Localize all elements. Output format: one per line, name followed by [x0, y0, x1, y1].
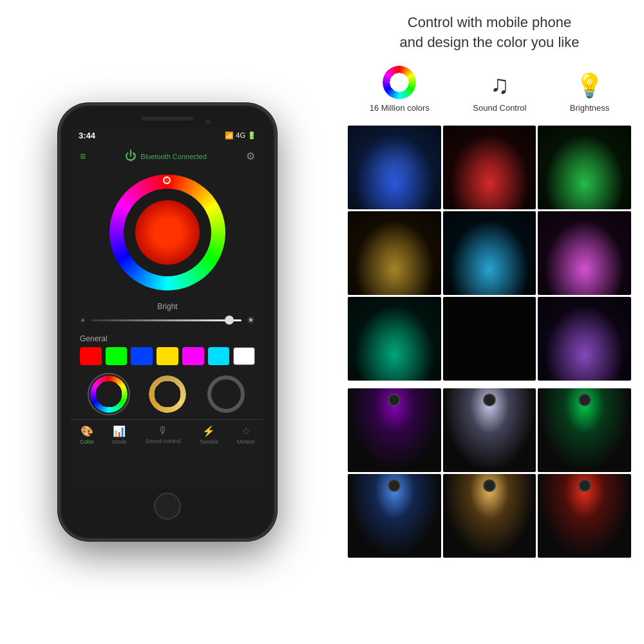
color-wheel-container[interactable] [71, 168, 264, 297]
swatch-blue[interactable] [131, 347, 153, 365]
general-label: General [80, 334, 255, 343]
swatch-yellow[interactable] [156, 347, 178, 365]
phone-home-button[interactable] [154, 493, 181, 520]
slider-thumb[interactable] [225, 316, 234, 325]
bluetooth-label: Bluetooth Connected [140, 153, 207, 160]
fixture-icon [388, 393, 401, 406]
spotlight-green [538, 388, 631, 472]
tagline: Control with mobile phoneand design the … [348, 13, 631, 53]
twinkle-nav-icon: ⚡ [202, 425, 215, 437]
mode-ring-color[interactable] [90, 375, 128, 413]
feature-colors-label: 16 Million colors [370, 103, 430, 113]
feature-brightness: 💡 Brightness [570, 72, 609, 113]
sun-large-icon: ☀ [247, 315, 255, 325]
bottom-nav: 🎨 Color 📊 Mode 🎙 Sound control ⚡ Twinkle… [71, 419, 264, 448]
brightness-slider[interactable] [91, 319, 242, 321]
fixture-icon [483, 479, 496, 492]
brightness-section: Bright ☀ ☀ [71, 297, 264, 330]
color-wheel-wrapper[interactable] [109, 175, 225, 290]
menu-icon[interactable]: ≡ [80, 151, 86, 162]
mode-ring-warm[interactable] [149, 375, 186, 413]
color-wheel-center[interactable] [135, 200, 200, 265]
swatch-white[interactable] [233, 347, 255, 365]
phone-speaker [142, 117, 193, 120]
nav-color[interactable]: 🎨 Color [80, 425, 94, 445]
right-panel: Control with mobile phoneand design the … [335, 0, 644, 644]
spotlight-grid [348, 388, 631, 558]
nav-mode[interactable]: 📊 Mode [112, 425, 127, 445]
fiber-cell-blue [348, 126, 441, 209]
fiber-cell-cyan [443, 211, 536, 295]
swatch-cyan[interactable] [208, 347, 230, 365]
color-swatches [80, 347, 255, 365]
status-bar: 3:44 📶 4G 🔋 [71, 127, 264, 144]
slider-row: ☀ ☀ [80, 315, 255, 325]
status-time: 3:44 [79, 131, 95, 140]
color-nav-icon: 🎨 [80, 425, 93, 437]
meteor-nav-icon: ☆ [242, 425, 251, 437]
spotlight-white [443, 388, 536, 472]
status-icons: 📶 4G 🔋 [225, 131, 256, 140]
color-selector-dot[interactable] [163, 176, 171, 184]
nav-color-label: Color [80, 439, 94, 445]
fiber-cell-gold [348, 211, 441, 295]
bulb-icon: 💡 [575, 72, 604, 99]
phone-screen: 3:44 📶 4G 🔋 ≡ ⏻ Bluetooth Connected ⚙ [71, 127, 264, 488]
music-note-icon: ♫ [490, 70, 509, 99]
swatch-pink[interactable] [182, 347, 204, 365]
power-icon[interactable]: ⏻ [125, 149, 137, 163]
app-header: ≡ ⏻ Bluetooth Connected ⚙ [71, 144, 264, 168]
mode-rings-row [71, 369, 264, 419]
brightness-label: Bright [80, 302, 255, 311]
settings-icon[interactable]: ⚙ [246, 150, 255, 162]
nav-sound[interactable]: 🎙 Sound control [145, 425, 181, 445]
fixture-icon [483, 393, 496, 406]
general-section: General [71, 330, 264, 369]
spotlight-warm [443, 474, 536, 558]
left-panel: 3:44 📶 4G 🔋 ≡ ⏻ Bluetooth Connected ⚙ [0, 0, 335, 644]
feature-sound-label: Sound Control [473, 103, 526, 113]
spotlight-purple [348, 388, 441, 472]
phone-frame: 3:44 📶 4G 🔋 ≡ ⏻ Bluetooth Connected ⚙ [58, 103, 277, 541]
bluetooth-status: ⏻ Bluetooth Connected [125, 149, 207, 163]
nav-meteor[interactable]: ☆ Meteor [237, 425, 255, 445]
phone-camera [205, 119, 211, 124]
fiber-cell-green [538, 126, 631, 209]
feature-brightness-label: Brightness [570, 103, 609, 113]
feature-sound: ♫ Sound Control [473, 70, 526, 113]
nav-twinkle-label: Twinkle [199, 439, 218, 445]
fiber-cell-dark [443, 297, 536, 381]
fiber-cell-red [443, 126, 536, 209]
swatch-green[interactable] [106, 347, 128, 365]
mode-nav-icon: 📊 [113, 425, 126, 437]
feature-colors: 16 Million colors [370, 66, 430, 113]
fixture-icon [578, 393, 591, 406]
nav-meteor-label: Meteor [237, 439, 255, 445]
fiber-cell-lavender [538, 297, 631, 381]
nav-mode-label: Mode [112, 439, 127, 445]
fiber-grid [348, 126, 631, 381]
swatch-red[interactable] [80, 347, 102, 365]
fiber-cell-pink [538, 211, 631, 295]
fixture-icon [388, 479, 401, 492]
mode-ring-plain[interactable] [207, 375, 245, 413]
fiber-cell-teal [348, 297, 441, 381]
sound-nav-icon: 🎙 [158, 425, 168, 437]
color-wheel-feature-icon [383, 66, 416, 99]
fixture-icon [578, 479, 591, 492]
nav-twinkle[interactable]: ⚡ Twinkle [199, 425, 218, 445]
spotlight-red [538, 474, 631, 558]
features-row: 16 Million colors ♫ Sound Control 💡 Brig… [348, 66, 631, 113]
spotlight-blue [348, 474, 441, 558]
nav-sound-label: Sound control [145, 438, 181, 444]
sun-small-icon: ☀ [80, 317, 86, 324]
